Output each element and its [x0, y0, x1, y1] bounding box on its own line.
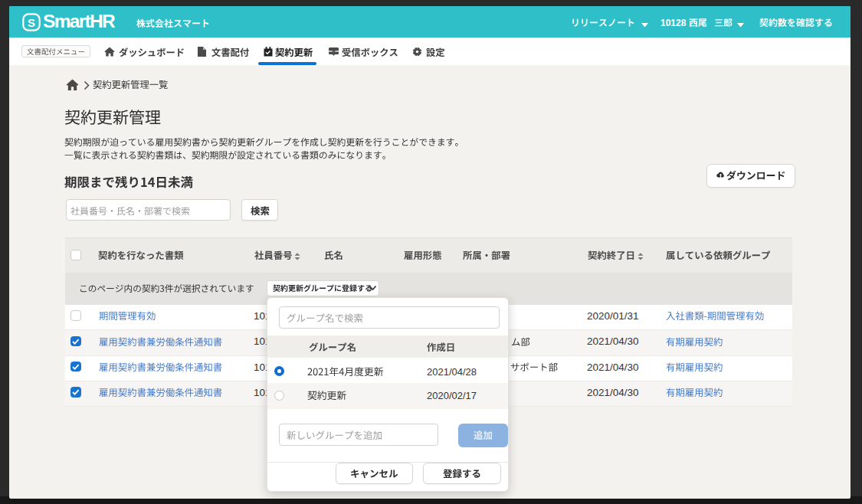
- svg-text:S: S: [28, 17, 35, 29]
